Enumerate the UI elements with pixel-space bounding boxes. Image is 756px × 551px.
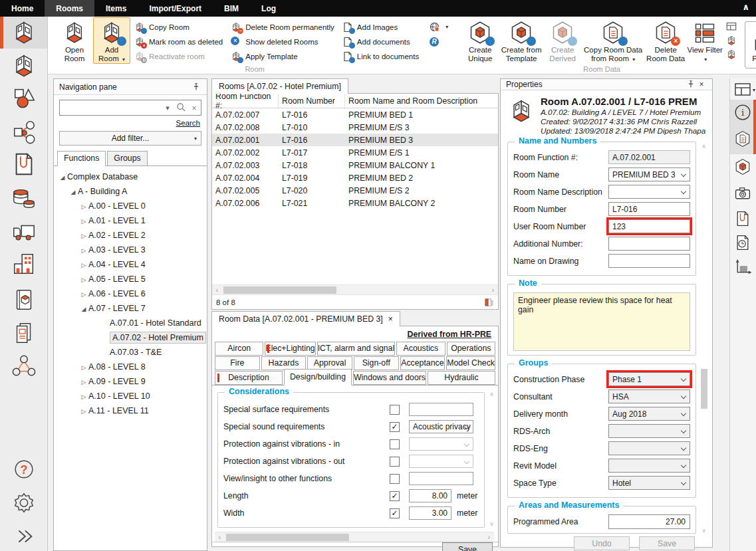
tree-node[interactable]: ▷A.03 - LEVEL 3 xyxy=(54,243,207,257)
top-menu-tab[interactable]: Log xyxy=(250,0,287,17)
add-filter-dropdown[interactable]: Add filter...▾ xyxy=(59,131,201,146)
room-data-tab[interactable]: Elec+Lighting xyxy=(265,342,315,356)
apply-template-button[interactable]: ✓ Apply Template xyxy=(227,49,338,63)
copy-room-data-button[interactable]: − Copy Room Data from Room ▾ xyxy=(581,17,645,64)
property-field-dropdown[interactable]: Hotel xyxy=(608,476,690,490)
room-data-tab[interactable]: Acceptance xyxy=(400,356,445,370)
room-data-sheet-button[interactable] xyxy=(733,129,753,149)
tree-expander-icon[interactable]: ▷ xyxy=(79,229,88,243)
tree-node[interactable]: ▷A.02 - LEVEL 2 xyxy=(54,228,207,243)
consideration-value-field[interactable]: 8.00 xyxy=(409,489,451,502)
tree-node[interactable]: A.07.01 - Hotel Standard xyxy=(54,316,207,330)
checkbox[interactable]: ✓ xyxy=(390,491,400,501)
items-panel-button[interactable] xyxy=(733,157,753,177)
show-deleted-rooms-button[interactable]: × Show deleted Rooms xyxy=(227,35,338,49)
tab-groups[interactable]: Groups xyxy=(107,151,147,165)
save-button[interactable]: Save xyxy=(442,542,493,551)
sidebar-expand-button[interactable] xyxy=(0,520,47,551)
tree-expander-icon[interactable]: ◢ xyxy=(79,302,88,316)
reactivate-room-button[interactable]: ↻ Reactivate room xyxy=(130,49,227,63)
sidebar-item-finance[interactable] xyxy=(0,181,47,213)
tree-expander-icon[interactable]: ▷ xyxy=(79,287,88,302)
column-header-room-number[interactable]: Room Number xyxy=(279,94,345,108)
web-button[interactable]: ▾ xyxy=(426,20,452,34)
room-row[interactable]: A.07.02.008 L7-010 PREMIUM E/S 3 xyxy=(212,121,498,134)
pin-icon[interactable] xyxy=(191,82,201,92)
programmed-area-input[interactable]: 27.00 xyxy=(608,514,690,529)
room-row[interactable]: A.07.02.003 L7-018 PREMIUM BALCONY 1 xyxy=(212,159,498,171)
room-data-tab[interactable]: Windows and doors xyxy=(353,371,426,385)
checkbox[interactable] xyxy=(390,439,400,449)
copy-room-button[interactable]: = Copy Room xyxy=(130,20,227,34)
consideration-value-field[interactable] xyxy=(409,403,473,416)
property-field-input[interactable]: L7-016 xyxy=(608,202,690,216)
room-data-tab[interactable]: Hydraulic xyxy=(428,371,495,385)
images-panel-button[interactable] xyxy=(733,183,753,203)
tree-node[interactable]: ▷A.01 - LEVEL 1 xyxy=(54,213,207,228)
tree-node[interactable]: ▷A.05 - LEVEL 5 xyxy=(54,272,207,286)
delete-room-permanently-button[interactable]: − Delete Room permanently xyxy=(227,20,338,34)
checkbox[interactable]: ✓ xyxy=(390,422,400,432)
room-data-tab[interactable]: Operations xyxy=(447,342,495,356)
collapse-ribbon-icon[interactable]: ∧ xyxy=(742,2,749,12)
column-header-room-function[interactable]: Room Function #: xyxy=(212,94,279,108)
undo-button[interactable]: Undo xyxy=(574,536,630,550)
room-row[interactable]: A.07.02.001 L7-016 PREMIUM BED 3 xyxy=(212,134,498,146)
checkbox[interactable] xyxy=(390,405,400,415)
sidebar-item-help[interactable] xyxy=(0,453,47,485)
tree-expander-icon[interactable]: ◢ xyxy=(58,170,67,185)
measurements-panel-button[interactable] xyxy=(733,257,753,276)
sidebar-item-settings[interactable] xyxy=(0,487,47,518)
props-scroll-down-icon[interactable]: ∨ xyxy=(699,527,708,534)
save-button[interactable]: Save xyxy=(639,536,695,550)
tree-expander-icon[interactable]: ▷ xyxy=(79,214,88,229)
checkbox[interactable]: ✓ xyxy=(390,508,400,518)
property-field-dropdown[interactable]: Phase 1 xyxy=(608,372,690,386)
column-header-room-name[interactable]: Room Name and Room Description xyxy=(345,94,498,108)
derived-from-link[interactable]: Derived from HR-PRE xyxy=(408,330,491,339)
tree-expander-icon[interactable]: ▷ xyxy=(79,389,88,404)
room-data-tab[interactable]: Fire xyxy=(215,356,260,370)
tree-node[interactable]: ▷A.04 - LEVEL 4 xyxy=(54,257,207,272)
room-data-tab[interactable]: Sign-off xyxy=(354,356,399,370)
room-sync-icon[interactable] xyxy=(726,35,738,46)
room-row[interactable]: A.07.02.004 L7-019 PREMIUM BED 2 xyxy=(212,171,498,184)
search-icon[interactable] xyxy=(174,102,188,114)
consideration-value-field[interactable]: Acoustic privacy xyxy=(409,420,473,433)
tree-expander-icon[interactable]: ▷ xyxy=(79,199,88,214)
roomdata-scroll-up-icon[interactable]: ∧ xyxy=(487,391,496,397)
close-icon[interactable]: × xyxy=(696,79,707,90)
property-field-input[interactable] xyxy=(608,237,690,251)
room-data-panel-tab[interactable]: Room Data [A.07.02.001 - PREMIUM BED 3] … xyxy=(211,311,400,326)
sidebar-item-items[interactable] xyxy=(0,82,47,114)
consideration-value-field[interactable] xyxy=(409,455,473,468)
create-from-template-button[interactable]: = Create from Template xyxy=(499,17,544,64)
roomdata-scroll-down-icon[interactable]: ∨ xyxy=(487,520,496,527)
room-data-tab[interactable]: ICT, alarm and signal xyxy=(317,342,396,356)
property-field-dropdown[interactable] xyxy=(608,441,690,455)
add-room-button[interactable]: + Add Room ▾ xyxy=(93,17,130,64)
property-field-input[interactable]: 123 xyxy=(608,219,690,233)
property-field-input[interactable]: A.07.02.001 xyxy=(608,150,690,164)
room-data-tab[interactable]: Model Check xyxy=(446,356,495,370)
view-filter-button[interactable]: View Filter ▾ xyxy=(686,17,723,64)
room-refresh-icon[interactable] xyxy=(726,49,738,60)
sidebar-item-item-relations[interactable] xyxy=(0,116,47,148)
room-data-tab[interactable]: Hazards xyxy=(261,356,307,370)
top-menu-tab[interactable]: Import/Export xyxy=(138,0,213,17)
tree-expander-icon[interactable]: ▷ xyxy=(79,243,88,258)
tree-node[interactable]: ◢A.07 - LEVEL 7 xyxy=(54,301,207,316)
property-field-dropdown[interactable] xyxy=(608,459,690,473)
tree-expander-icon[interactable]: ▷ xyxy=(79,360,88,375)
sidebar-item-logistics[interactable] xyxy=(0,216,47,248)
props-scroll-up-icon[interactable]: ∧ xyxy=(699,143,708,150)
pin-icon[interactable] xyxy=(686,79,696,90)
property-field-dropdown[interactable]: Aug 2018 xyxy=(608,407,690,421)
sidebar-item-catalogs[interactable] xyxy=(0,284,47,316)
room-row[interactable]: A.07.02.007 L7-016 PREMIUM BED 1 xyxy=(212,108,498,121)
project-button[interactable]: Project xyxy=(745,26,756,64)
link-to-documents-button[interactable]: ∞ Link to documents xyxy=(338,49,423,63)
tree-expander-icon[interactable]: ▷ xyxy=(79,404,88,419)
consideration-value-field[interactable] xyxy=(409,472,473,485)
tree-node[interactable]: A.07.02 - Hotel Premium xyxy=(54,330,207,345)
